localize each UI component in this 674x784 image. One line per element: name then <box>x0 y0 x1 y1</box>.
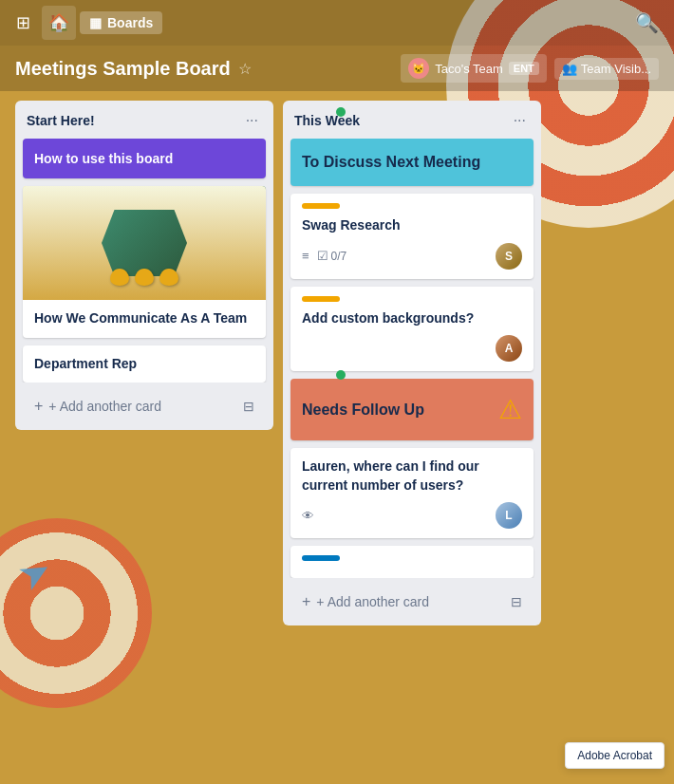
visibility-icon: 👥 <box>562 62 577 76</box>
list-this-week: This Week ··· To Discuss Next Meeting Sw… <box>283 101 541 625</box>
card-lauren-question[interactable]: Lauren, where can I find our current num… <box>290 448 534 538</box>
search-icon: 🔍 <box>635 12 659 33</box>
card-blue-label[interactable] <box>290 546 534 578</box>
board-content: Start Here! ··· How to use this board <box>0 91 674 784</box>
add-card-label-2: + Add another card <box>316 594 429 609</box>
card-custom-backgrounds-body: Add custom backgrounds? A <box>290 287 534 372</box>
checklist-check: ☑ <box>317 249 328 263</box>
list-start-here-title: Start Here! <box>27 113 95 128</box>
card-image-area <box>23 186 266 300</box>
board-visibility-button[interactable]: 👥 Team Visib... <box>554 58 659 80</box>
checklist-icon: ☑ 0/7 <box>317 249 347 263</box>
card-lauren-title: Lauren, where can I find our current num… <box>302 458 479 493</box>
avatar-initial: L <box>505 509 512 522</box>
add-card-start-here[interactable]: + + Add another card ⊟ <box>23 390 266 422</box>
nugget-2 <box>135 269 154 286</box>
add-card-plus-icon: + <box>34 398 43 415</box>
home-icon: 🏠 <box>48 12 69 33</box>
card-how-we-communicate-title: How We Communicate As A Team <box>34 310 247 326</box>
card-bg-label <box>302 296 340 302</box>
card-lauren-meta: 👁 L <box>302 502 522 529</box>
card-template-icon-2[interactable]: ⊟ <box>511 594 522 609</box>
list-this-week-title: This Week <box>294 113 360 128</box>
add-card-this-week[interactable]: + + Add another card ⊟ <box>290 586 534 618</box>
list-this-week-menu[interactable]: ··· <box>510 110 530 131</box>
board-star-button[interactable]: ☆ <box>238 60 252 78</box>
ent-badge: ENT <box>509 62 539 75</box>
card-to-discuss[interactable]: To Discuss Next Meeting <box>290 139 534 186</box>
card-template-icon[interactable]: ⊟ <box>243 399 254 414</box>
boards-icon: ▦ <box>89 15 102 30</box>
card-how-to-use-title: How to use this board <box>34 151 173 166</box>
avatar-initial: A <box>505 342 514 355</box>
card-swag-research-body: Swag Research ≡ ☑ 0/7 S <box>290 194 534 279</box>
boards-label: Boards <box>107 15 153 30</box>
app-switcher-button[interactable]: ⊞ <box>8 8 38 38</box>
grid-icon: ⊞ <box>16 12 30 33</box>
card-blue-label-body <box>290 546 534 578</box>
adobe-acrobat-tooltip: Adobe Acrobat <box>565 742 665 769</box>
team-avatar: 🐱 <box>408 58 429 79</box>
warning-icon: ⚠ <box>498 394 522 425</box>
list-start-here-cards: How to use this board How We Communicate… <box>15 139 273 383</box>
card-swag-label <box>302 203 340 209</box>
card-blue-lbl <box>302 555 340 561</box>
list-start-here: Start Here! ··· How to use this board <box>15 101 273 430</box>
avatar-initial: S <box>505 250 513 263</box>
tooltip-text: Adobe Acrobat <box>577 749 652 762</box>
card-department-rep-title: Department Rep <box>34 356 137 371</box>
board-team-button[interactable]: 🐱 Taco's Team ENT <box>401 54 547 83</box>
checklist-count: 0/7 <box>331 250 347 263</box>
card-lauren-avatar: L <box>496 502 522 529</box>
green-dot-2 <box>336 370 346 380</box>
card-department-rep-body: Department Rep <box>23 345 266 383</box>
topbar: ⊞ 🏠 ▦ Boards 🔍 <box>0 0 674 46</box>
card-bg-avatar: A <box>496 335 522 362</box>
list-start-here-header: Start Here! ··· <box>15 101 273 139</box>
card-bg-meta: A <box>302 335 522 362</box>
board-header: Meetings Sample Board ☆ 🐱 Taco's Team EN… <box>0 46 674 91</box>
list-this-week-header: This Week ··· <box>283 101 541 139</box>
card-custom-backgrounds[interactable]: Add custom backgrounds? A <box>290 287 534 372</box>
card-to-discuss-title: To Discuss Next Meeting <box>302 154 480 170</box>
home-button[interactable]: 🏠 <box>42 6 76 40</box>
card-swag-avatar: S <box>496 243 522 270</box>
card-department-rep[interactable]: Department Rep <box>23 345 266 383</box>
card-nuggets <box>110 269 178 286</box>
add-card-label: + Add another card <box>48 399 161 414</box>
card-how-to-use[interactable]: How to use this board <box>23 139 266 178</box>
nugget-1 <box>110 269 129 286</box>
card-how-we-communicate[interactable]: How We Communicate As A Team <box>23 186 266 338</box>
card-needs-follow-up[interactable]: Needs Follow Up ⚠ <box>290 379 534 440</box>
card-shape <box>102 210 187 276</box>
team-name-label: Taco's Team <box>435 62 503 76</box>
visibility-label: Team Visib... <box>581 62 651 76</box>
card-lauren-body: Lauren, where can I find our current num… <box>290 448 534 538</box>
eye-icon: 👁 <box>302 509 314 523</box>
card-swag-research[interactable]: Swag Research ≡ ☑ 0/7 S <box>290 194 534 279</box>
nugget-3 <box>159 269 178 286</box>
card-how-we-communicate-body: How We Communicate As A Team <box>23 300 266 338</box>
search-button[interactable]: 🔍 <box>627 8 666 38</box>
card-needs-follow-up-title: Needs Follow Up <box>302 401 489 419</box>
board-title[interactable]: Meetings Sample Board <box>15 58 231 80</box>
description-icon: ≡ <box>302 249 309 263</box>
card-custom-backgrounds-title: Add custom backgrounds? <box>302 310 474 326</box>
add-card-plus-icon-2: + <box>302 593 310 610</box>
card-swag-title: Swag Research <box>302 217 401 233</box>
boards-button[interactable]: ▦ Boards <box>80 11 162 34</box>
card-swag-meta: ≡ ☑ 0/7 S <box>302 243 522 270</box>
list-this-week-cards: To Discuss Next Meeting Swag Research ≡ … <box>283 139 541 578</box>
list-start-here-menu[interactable]: ··· <box>242 110 262 131</box>
green-dot-1 <box>336 107 346 117</box>
